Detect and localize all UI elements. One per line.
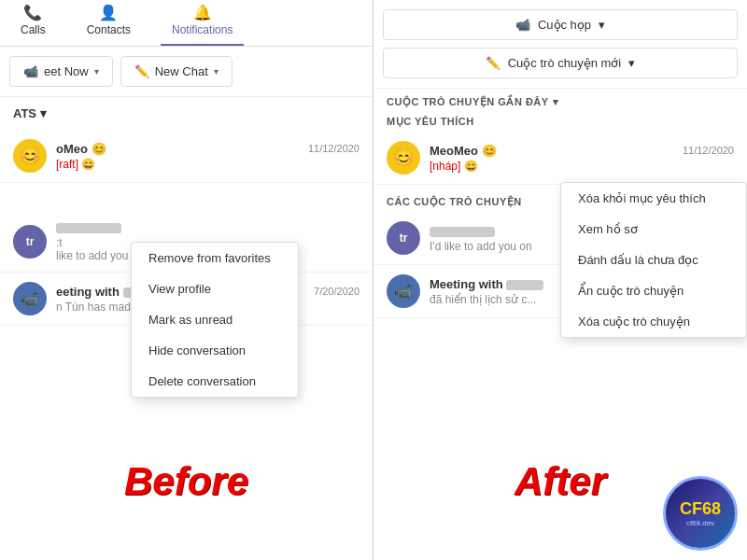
ctx-right-profile[interactable]: Xem hồ sơ: [561, 214, 746, 245]
avatar-meeting: 📹: [13, 282, 47, 315]
left-action-bar: 📹 eet Now ▾ ✏️ New Chat ▾: [0, 47, 373, 97]
ctx-right-unread[interactable]: Đánh dấu là chưa đọc: [561, 245, 746, 275]
chat-name: oMeo 😊: [56, 142, 106, 156]
avatar-meomeo-right: 😊: [387, 141, 420, 175]
meomeo-draft: [nháp]: [430, 160, 460, 173]
logo-badge: CF68 cf68.dev: [663, 476, 738, 551]
chat-item-meomeo[interactable]: 😊 oMeo 😊 11/12/2020 [raft] 😄: [0, 130, 373, 183]
right-panel: 📹 Cuộc họp ▾ ✏️ Cuộc trò chuyện mới ▾ CU…: [374, 0, 747, 560]
right-action-bar: 📹 Cuộc họp ▾ ✏️ Cuộc trò chuyện mới ▾: [374, 0, 747, 89]
notifications-icon: 🔔: [193, 4, 212, 21]
chat-name-row-tr: [56, 220, 359, 234]
nav-contacts[interactable]: 👤 Contacts: [76, 0, 142, 46]
section-recent-label: CUỘC TRÒ CHUYỆN GẦN ĐÂY: [387, 96, 549, 108]
chat-name-row: oMeo 😊 11/12/2020: [56, 142, 359, 156]
chat-time: 11/12/2020: [308, 143, 359, 154]
meeting-name: Meeting with: [430, 277, 543, 291]
before-label: Before: [124, 459, 248, 504]
meet-now-icon: 📹: [23, 64, 38, 78]
new-chat-label: New Chat: [155, 64, 208, 78]
new-chat-right-icon: ✏️: [486, 56, 500, 70]
contacts-label: Contacts: [87, 23, 131, 36]
new-chat-right-label: Cuộc trò chuyện mới: [508, 56, 622, 70]
meeting-chevron: ▾: [599, 18, 605, 32]
ctx-delete-conversation[interactable]: Delete conversation: [132, 366, 298, 397]
calls-label: Calls: [21, 23, 46, 36]
meet-now-button[interactable]: 📹 eet Now ▾: [9, 56, 113, 87]
ctx-hide-conversation[interactable]: Hide conversation: [132, 335, 298, 366]
main-container: 📞 Calls 👤 Contacts 🔔 Notifications 📹 eet…: [0, 0, 747, 560]
favorites-label: MỤC YÊU THÍCH: [387, 116, 474, 127]
meeting-icon: 📹: [515, 18, 530, 32]
ctx-mark-unread[interactable]: Mark as unread: [132, 304, 298, 335]
section-favorites: MỤC YÊU THÍCH: [374, 112, 747, 132]
logo-sub: cf68.dev: [686, 519, 714, 527]
ctx-right-hide[interactable]: Ẩn cuộc trò chuyện: [561, 275, 746, 306]
contacts-icon: 👤: [99, 4, 118, 21]
tr-name: [430, 224, 495, 238]
meomeo-time: 11/12/2020: [683, 145, 734, 156]
draft-tag: [raft]: [56, 158, 78, 171]
ctx-view-profile[interactable]: View profile: [132, 273, 298, 304]
meeting-button[interactable]: 📹 Cuộc họp ▾: [383, 9, 738, 40]
section-recent: CUỘC TRÒ CHUYỆN GẦN ĐÂY ▾: [374, 89, 747, 112]
ctx-right-delete[interactable]: Xóa cuộc trò chuyện: [561, 306, 746, 337]
chats-header-label: ATS: [13, 106, 36, 120]
chats-chevron: ▾: [40, 106, 47, 120]
conversations-label: CÁC CUỘC TRÒ CHUYỆN: [387, 196, 522, 208]
nav-calls[interactable]: 📞 Calls: [9, 0, 57, 46]
meeting-label: Cuộc họp: [538, 18, 591, 32]
logo-text: CF68: [680, 500, 721, 517]
chats-header: ATS ▾: [0, 97, 373, 130]
left-panel: 📞 Calls 👤 Contacts 🔔 Notifications 📹 eet…: [0, 0, 374, 560]
right-context-menu: Xóa khỏi mục yêu thích Xem hồ sơ Đánh dấ…: [560, 182, 747, 338]
new-chat-chevron: ▾: [214, 66, 218, 77]
context-menu: Remove from favorites View profile Mark …: [131, 242, 299, 398]
avatar-meeting-right: 📹: [387, 274, 420, 308]
new-chat-icon: ✏️: [134, 64, 149, 78]
meet-now-chevron: ▾: [94, 66, 99, 77]
chat-info-meomeo: oMeo 😊 11/12/2020 [raft] 😄: [56, 142, 359, 171]
avatar-meomeo: 😊: [13, 139, 47, 173]
nav-notifications[interactable]: 🔔 Notifications: [161, 0, 244, 46]
meomeo-name: MeoMeo 😊: [430, 144, 497, 158]
calls-icon: 📞: [23, 4, 42, 21]
ctx-right-remove[interactable]: Xóa khỏi mục yêu thích: [561, 183, 746, 214]
meomeo-name-row: MeoMeo 😊 11/12/2020: [430, 144, 734, 158]
avatar-tr-right: tr: [387, 221, 420, 255]
new-chat-right-button[interactable]: ✏️ Cuộc trò chuyện mới ▾: [383, 48, 738, 78]
section-recent-chevron: ▾: [553, 96, 559, 108]
meomeo-preview: [nháp] 😄: [430, 160, 734, 173]
top-nav: 📞 Calls 👤 Contacts 🔔 Notifications: [0, 0, 373, 47]
notifications-label: Notifications: [172, 23, 233, 36]
chat-time-meeting: 7/20/2020: [314, 286, 359, 297]
new-chat-button[interactable]: ✏️ New Chat ▾: [120, 56, 233, 87]
avatar-tr: tr: [13, 225, 47, 259]
ctx-remove-favorites[interactable]: Remove from favorites: [132, 243, 298, 273]
chat-preview: [raft] 😄: [56, 158, 359, 171]
chat-item-meomeo-right[interactable]: 😊 MeoMeo 😊 11/12/2020 [nháp] 😄: [374, 132, 747, 185]
chat-info-meomeo-right: MeoMeo 😊 11/12/2020 [nháp] 😄: [430, 144, 734, 173]
after-label: After: [514, 459, 606, 504]
meet-now-label: eet Now: [44, 64, 89, 78]
chat-name-tr: [56, 220, 121, 234]
new-chat-right-chevron: ▾: [628, 56, 635, 70]
